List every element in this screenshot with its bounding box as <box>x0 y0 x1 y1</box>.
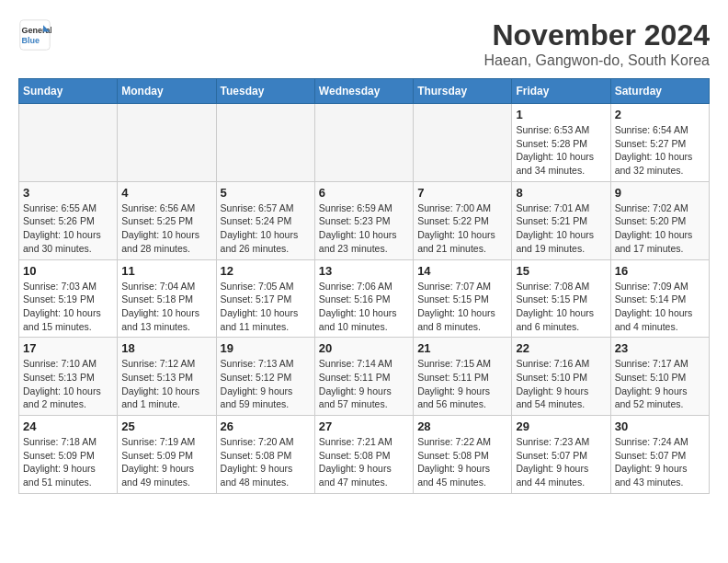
day-info: Sunrise: 7:04 AM Sunset: 5:18 PM Dayligh… <box>121 280 211 334</box>
day-number: 22 <box>516 341 606 355</box>
calendar-cell: 19Sunrise: 7:13 AM Sunset: 5:12 PM Dayli… <box>216 338 314 416</box>
calendar-cell: 20Sunrise: 7:14 AM Sunset: 5:11 PM Dayli… <box>314 338 413 416</box>
day-info: Sunrise: 6:55 AM Sunset: 5:26 PM Dayligh… <box>23 201 113 256</box>
calendar-cell: 26Sunrise: 7:20 AM Sunset: 5:08 PM Dayli… <box>216 416 314 494</box>
day-number: 15 <box>516 264 606 278</box>
day-number: 26 <box>221 419 311 433</box>
location-title: Haean, Gangwon-do, South Korea <box>484 52 711 69</box>
calendar-cell: 21Sunrise: 7:15 AM Sunset: 5:11 PM Dayli… <box>414 338 512 416</box>
weekday-header-thursday: Thursday <box>414 79 512 104</box>
day-number: 20 <box>319 341 409 355</box>
day-info: Sunrise: 7:21 AM Sunset: 5:08 PM Dayligh… <box>319 435 409 489</box>
weekday-header-saturday: Saturday <box>610 79 709 104</box>
calendar-cell: 25Sunrise: 7:19 AM Sunset: 5:09 PM Dayli… <box>118 416 216 494</box>
calendar-cell: 10Sunrise: 7:03 AM Sunset: 5:19 PM Dayli… <box>19 259 118 338</box>
day-info: Sunrise: 7:18 AM Sunset: 5:09 PM Dayligh… <box>23 435 113 489</box>
calendar-week-1: 1Sunrise: 6:53 AM Sunset: 5:28 PM Daylig… <box>19 104 710 182</box>
day-number: 23 <box>615 341 705 355</box>
weekday-header-sunday: Sunday <box>19 79 118 104</box>
day-info: Sunrise: 6:57 AM Sunset: 5:24 PM Dayligh… <box>221 201 311 256</box>
day-info: Sunrise: 7:22 AM Sunset: 5:08 PM Dayligh… <box>417 435 507 489</box>
day-info: Sunrise: 7:13 AM Sunset: 5:12 PM Dayligh… <box>221 357 311 411</box>
calendar-cell: 30Sunrise: 7:24 AM Sunset: 5:07 PM Dayli… <box>610 416 709 494</box>
month-title: November 2024 <box>484 18 711 52</box>
weekday-header-tuesday: Tuesday <box>216 79 314 104</box>
calendar-cell: 5Sunrise: 6:57 AM Sunset: 5:24 PM Daylig… <box>216 181 314 259</box>
day-number: 3 <box>23 186 113 200</box>
day-number: 25 <box>121 419 211 433</box>
day-number: 30 <box>615 419 705 433</box>
title-area: November 2024 Haean, Gangwon-do, South K… <box>484 18 711 69</box>
calendar-cell: 29Sunrise: 7:23 AM Sunset: 5:07 PM Dayli… <box>512 416 610 494</box>
calendar-cell: 24Sunrise: 7:18 AM Sunset: 5:09 PM Dayli… <box>19 416 118 494</box>
day-info: Sunrise: 7:01 AM Sunset: 5:21 PM Dayligh… <box>516 201 606 256</box>
weekday-header-monday: Monday <box>118 79 216 104</box>
day-info: Sunrise: 7:09 AM Sunset: 5:14 PM Dayligh… <box>615 280 705 334</box>
day-info: Sunrise: 7:03 AM Sunset: 5:19 PM Dayligh… <box>23 280 113 334</box>
day-number: 29 <box>516 419 606 433</box>
day-info: Sunrise: 6:56 AM Sunset: 5:25 PM Dayligh… <box>121 201 211 256</box>
day-info: Sunrise: 7:05 AM Sunset: 5:17 PM Dayligh… <box>221 280 311 334</box>
calendar-cell: 3Sunrise: 6:55 AM Sunset: 5:26 PM Daylig… <box>19 181 118 259</box>
svg-text:Blue: Blue <box>22 36 40 45</box>
calendar-cell: 4Sunrise: 6:56 AM Sunset: 5:25 PM Daylig… <box>118 181 216 259</box>
page-header: General Blue November 2024 Haean, Gangwo… <box>18 18 710 69</box>
day-number: 8 <box>516 186 606 200</box>
weekday-header-wednesday: Wednesday <box>314 79 413 104</box>
calendar-cell: 27Sunrise: 7:21 AM Sunset: 5:08 PM Dayli… <box>314 416 413 494</box>
logo-icon: General Blue <box>18 18 51 52</box>
calendar-table: SundayMondayTuesdayWednesdayThursdayFrid… <box>18 78 710 494</box>
calendar-cell: 28Sunrise: 7:22 AM Sunset: 5:08 PM Dayli… <box>414 416 512 494</box>
day-number: 27 <box>319 419 409 433</box>
day-number: 28 <box>417 419 507 433</box>
day-number: 2 <box>615 108 705 121</box>
calendar-cell: 22Sunrise: 7:16 AM Sunset: 5:10 PM Dayli… <box>512 338 610 416</box>
calendar-cell: 11Sunrise: 7:04 AM Sunset: 5:18 PM Dayli… <box>118 259 216 338</box>
calendar-body: 1Sunrise: 6:53 AM Sunset: 5:28 PM Daylig… <box>19 104 710 494</box>
day-number: 14 <box>417 264 507 278</box>
calendar-week-2: 3Sunrise: 6:55 AM Sunset: 5:26 PM Daylig… <box>19 181 710 259</box>
day-number: 7 <box>417 186 507 200</box>
day-number: 16 <box>615 264 705 278</box>
day-info: Sunrise: 7:10 AM Sunset: 5:13 PM Dayligh… <box>23 357 113 411</box>
calendar-cell: 23Sunrise: 7:17 AM Sunset: 5:10 PM Dayli… <box>610 338 709 416</box>
day-number: 5 <box>221 186 311 200</box>
day-number: 19 <box>221 341 311 355</box>
calendar-cell: 15Sunrise: 7:08 AM Sunset: 5:15 PM Dayli… <box>512 259 610 338</box>
calendar-cell: 16Sunrise: 7:09 AM Sunset: 5:14 PM Dayli… <box>610 259 709 338</box>
calendar-cell: 12Sunrise: 7:05 AM Sunset: 5:17 PM Dayli… <box>216 259 314 338</box>
calendar-cell: 2Sunrise: 6:54 AM Sunset: 5:27 PM Daylig… <box>610 104 709 182</box>
day-info: Sunrise: 7:08 AM Sunset: 5:15 PM Dayligh… <box>516 280 606 334</box>
day-info: Sunrise: 7:16 AM Sunset: 5:10 PM Dayligh… <box>516 357 606 411</box>
day-number: 11 <box>121 264 211 278</box>
day-number: 18 <box>121 341 211 355</box>
calendar-cell: 6Sunrise: 6:59 AM Sunset: 5:23 PM Daylig… <box>314 181 413 259</box>
day-number: 10 <box>23 264 113 278</box>
day-info: Sunrise: 7:17 AM Sunset: 5:10 PM Dayligh… <box>615 357 705 411</box>
calendar-cell: 13Sunrise: 7:06 AM Sunset: 5:16 PM Dayli… <box>314 259 413 338</box>
calendar-cell: 9Sunrise: 7:02 AM Sunset: 5:20 PM Daylig… <box>610 181 709 259</box>
day-info: Sunrise: 7:00 AM Sunset: 5:22 PM Dayligh… <box>417 201 507 256</box>
day-info: Sunrise: 7:02 AM Sunset: 5:20 PM Dayligh… <box>615 201 705 256</box>
calendar-cell <box>118 104 216 182</box>
weekday-header-friday: Friday <box>512 79 610 104</box>
day-info: Sunrise: 7:23 AM Sunset: 5:07 PM Dayligh… <box>516 435 606 489</box>
calendar-week-3: 10Sunrise: 7:03 AM Sunset: 5:19 PM Dayli… <box>19 259 710 338</box>
calendar-week-5: 24Sunrise: 7:18 AM Sunset: 5:09 PM Dayli… <box>19 416 710 494</box>
day-number: 13 <box>319 264 409 278</box>
calendar-cell: 7Sunrise: 7:00 AM Sunset: 5:22 PM Daylig… <box>414 181 512 259</box>
day-info: Sunrise: 7:15 AM Sunset: 5:11 PM Dayligh… <box>417 357 507 411</box>
day-info: Sunrise: 7:06 AM Sunset: 5:16 PM Dayligh… <box>319 280 409 334</box>
day-info: Sunrise: 7:20 AM Sunset: 5:08 PM Dayligh… <box>221 435 311 489</box>
day-info: Sunrise: 6:53 AM Sunset: 5:28 PM Dayligh… <box>516 123 606 178</box>
calendar-cell: 1Sunrise: 6:53 AM Sunset: 5:28 PM Daylig… <box>512 104 610 182</box>
day-info: Sunrise: 6:59 AM Sunset: 5:23 PM Dayligh… <box>319 201 409 256</box>
day-number: 1 <box>516 108 606 121</box>
day-number: 21 <box>417 341 507 355</box>
day-number: 6 <box>319 186 409 200</box>
calendar-cell: 14Sunrise: 7:07 AM Sunset: 5:15 PM Dayli… <box>414 259 512 338</box>
calendar-cell: 17Sunrise: 7:10 AM Sunset: 5:13 PM Dayli… <box>19 338 118 416</box>
calendar-cell <box>216 104 314 182</box>
day-info: Sunrise: 7:24 AM Sunset: 5:07 PM Dayligh… <box>615 435 705 489</box>
calendar-week-4: 17Sunrise: 7:10 AM Sunset: 5:13 PM Dayli… <box>19 338 710 416</box>
